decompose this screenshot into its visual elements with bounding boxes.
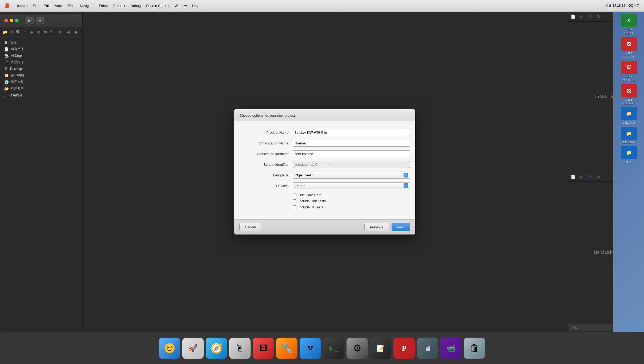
dock-notes[interactable]: 📝: [370, 338, 391, 359]
org-name-row: Organization Name:: [239, 140, 410, 147]
bracket-icon[interactable]: (): [578, 13, 585, 20]
sidebar-item-desktop[interactable]: 🖥 Desktop: [0, 66, 82, 72]
include-unit-tests-label[interactable]: Include Unit Tests: [299, 199, 326, 203]
menubar-navigate[interactable]: Navigate: [80, 4, 94, 8]
menubar-file[interactable]: File: [33, 4, 38, 8]
desktop-icon-ios[interactable]: 📁 ios1...试题: [617, 107, 641, 125]
use-core-data-checkbox[interactable]: [293, 193, 296, 197]
pause-icon: ⏸: [4, 41, 8, 45]
menubar-find[interactable]: Find: [68, 4, 74, 8]
language-select[interactable]: Objective-C Swift: [293, 172, 410, 179]
sidebar-item-airdrop[interactable]: 📡 AirDrop: [0, 52, 82, 59]
use-core-data-label[interactable]: Use Core Data: [299, 193, 321, 197]
next-button[interactable]: Next: [392, 223, 410, 231]
file2-icon[interactable]: 📄: [569, 173, 577, 180]
traffic-light-close[interactable]: [4, 19, 8, 22]
dock-monitor[interactable]: 🖥: [417, 338, 438, 359]
png1-icon: 🖼: [621, 37, 637, 51]
menubar-right-area: 周日 17:18:29 QQ拼音: [605, 3, 640, 8]
menubar-view[interactable]: View: [55, 4, 62, 8]
menubar-help[interactable]: Help: [192, 4, 199, 8]
sidebar-item-pause[interactable]: ⏸ 暂停: [0, 39, 82, 46]
menubar-edit[interactable]: Edit: [44, 4, 50, 8]
dock-xcode[interactable]: ⚒: [300, 338, 321, 359]
product-name-row: Product Name:: [239, 129, 410, 136]
devices-label: Devices:: [239, 184, 293, 188]
menubar-source-control[interactable]: Source Control: [146, 4, 169, 8]
devices-select[interactable]: iPhone iPad Universal: [293, 182, 410, 189]
run-button[interactable]: ▶: [25, 17, 34, 24]
png3-icon: 🖼: [621, 84, 637, 98]
window-chrome: ▶ ■: [0, 14, 82, 27]
stop-button[interactable]: ■: [35, 17, 45, 24]
layers2-icon[interactable]: ⧉: [595, 173, 602, 180]
product-name-input[interactable]: [293, 129, 410, 136]
layers-icon[interactable]: ⧉: [595, 13, 602, 20]
search-icon[interactable]: 🔍: [15, 28, 21, 36]
sidebar-item-apps[interactable]: 📱 应用程序: [0, 59, 82, 66]
source-icon[interactable]: ⚙: [9, 28, 14, 36]
traffic-light-minimize[interactable]: [10, 19, 13, 22]
dock-mouse[interactable]: 🖱: [229, 338, 251, 359]
apple-menu[interactable]: 🍎: [4, 3, 10, 8]
desktop-icon-png3[interactable]: 🖼 ...png KSI...aster: [617, 84, 641, 105]
link-icon[interactable]: ⛓: [42, 28, 48, 36]
sidebar: ▶ ■ 📁 ⚙ 🔍 ⚠ ◆ ▦ ⛓ ⏱ ⊞ ◀ ▶ ⏸ 暂停: [0, 12, 83, 332]
desktop-icon-xlsx[interactable]: X ...xlsx 车月分享: [617, 14, 641, 35]
dock-record[interactable]: 📹: [440, 338, 462, 359]
menubar-editor[interactable]: Editor: [99, 4, 108, 8]
dock-terminal[interactable]: $ _: [323, 338, 344, 359]
cancel-button[interactable]: Cancel: [239, 223, 261, 231]
back-icon[interactable]: ◀: [64, 28, 72, 36]
include-unit-tests-checkbox[interactable]: [293, 199, 296, 203]
include-ui-tests-checkbox[interactable]: [293, 205, 296, 209]
desktop-icon-desktop[interactable]: 📁 桌面: [617, 146, 641, 164]
sidebar-item-all-files[interactable]: 📄 所有文件: [0, 46, 82, 52]
grid-icon[interactable]: ▦: [36, 28, 41, 36]
sidebar-item-more[interactable]: ... 省略内容: [0, 92, 82, 99]
dialog-footer: Cancel Previous Next: [234, 219, 415, 234]
dock-finder[interactable]: 😊: [159, 338, 180, 359]
traffic-light-maximize[interactable]: [15, 19, 19, 22]
info2-icon[interactable]: ⓘ: [586, 173, 594, 180]
dock-launchpad[interactable]: 🚀: [182, 338, 204, 359]
dialog-header: Choose options for your new project:: [234, 109, 415, 121]
sidebar-item-13[interactable]: 📁 第13期期: [0, 72, 82, 79]
menubar-debug[interactable]: Debug: [131, 4, 141, 8]
menubar-xcode[interactable]: Xcode: [17, 4, 27, 8]
folder-icon[interactable]: 📁: [2, 28, 8, 36]
sidebar-item-share[interactable]: 📂 程序共享: [0, 85, 82, 92]
dock-safari[interactable]: 🧭: [206, 338, 227, 359]
desktop2-icon: 📁: [621, 146, 637, 159]
grid-view-icon[interactable]: ⊞: [56, 28, 63, 36]
menubar-product[interactable]: Product: [113, 4, 125, 8]
more-icon: ...: [4, 93, 7, 98]
desktop-icon-png1[interactable]: 🖼 ...png 第13...业推: [617, 37, 641, 59]
org-name-input[interactable]: [293, 140, 410, 147]
diamond-icon[interactable]: ◆: [29, 28, 35, 36]
include-ui-tests-label[interactable]: Include UI Tests: [299, 205, 323, 209]
devices-select-wrapper: iPhone iPad Universal ⇕: [293, 182, 410, 189]
desktop-icon-png2[interactable]: 🖼 ...png 07-...(优化): [617, 61, 641, 82]
ios-icon: 📁: [621, 107, 637, 120]
dock-photo[interactable]: 🎞: [253, 338, 274, 359]
dock-pp[interactable]: P: [393, 338, 415, 359]
sidebar-item-disk[interactable]: 💿 程序光盘: [0, 79, 82, 85]
disk-icon: 💿: [4, 80, 9, 84]
dock-tools[interactable]: 🔧: [276, 338, 297, 359]
dock-trash[interactable]: 🗑: [464, 338, 485, 359]
info-circle-icon[interactable]: ⓘ: [586, 13, 594, 20]
dock-settings[interactable]: ⚙: [347, 338, 368, 359]
org-identifier-input[interactable]: [293, 150, 410, 157]
desktop-icon-zjl[interactable]: 📁 ZJL...etail: [617, 127, 641, 144]
warning-icon[interactable]: ⚠: [22, 28, 28, 36]
menubar-window[interactable]: Window: [175, 4, 187, 8]
forward-icon[interactable]: ▶: [73, 28, 80, 36]
share-icon: 📂: [4, 87, 9, 91]
previous-button[interactable]: Previous: [364, 223, 389, 231]
menubar-datetime: 周日 17:18:29: [605, 3, 625, 8]
file-icon[interactable]: 📄: [569, 13, 577, 20]
history-icon[interactable]: ⏱: [49, 28, 55, 36]
bracket2-icon[interactable]: (): [578, 173, 585, 180]
language-row: Language: Objective-C Swift ⇕: [239, 172, 410, 179]
